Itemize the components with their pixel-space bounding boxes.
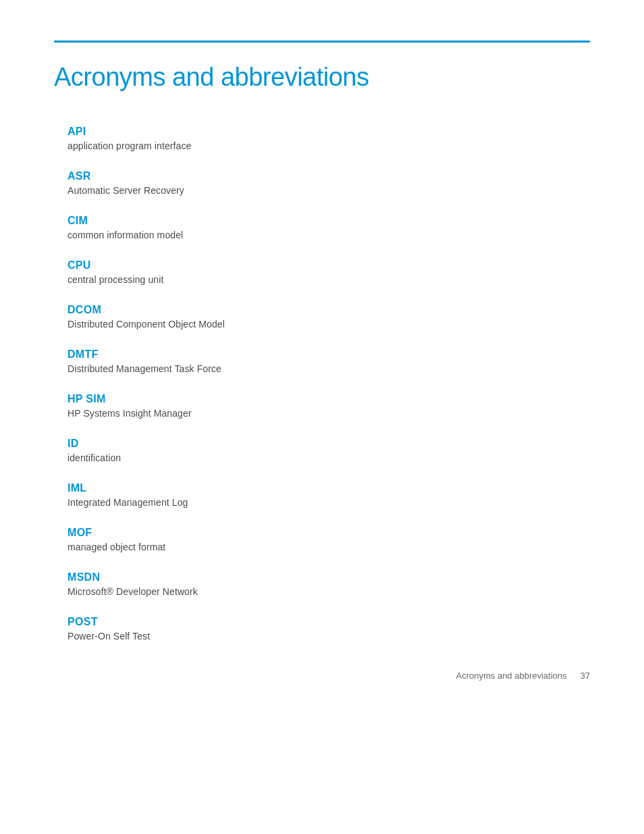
footer-page-number: 37	[581, 671, 590, 681]
acronym-term: ID	[68, 438, 590, 450]
acronym-list: APIapplication program interfaceASRAutom…	[68, 126, 590, 642]
acronym-entry: MSDNMicrosoft® Developer Network	[68, 571, 590, 597]
acronym-entry: APIapplication program interface	[68, 126, 590, 151]
acronym-definition: Power-On Self Test	[68, 631, 590, 642]
acronym-definition: Distributed Component Object Model	[68, 319, 590, 330]
acronym-term: DCOM	[68, 304, 590, 316]
acronym-term: IML	[68, 482, 590, 494]
acronym-term: MOF	[68, 527, 590, 539]
acronym-definition: managed object format	[68, 542, 590, 552]
acronym-term: POST	[68, 616, 590, 628]
acronym-entry: ASRAutomatic Server Recovery	[68, 170, 590, 196]
top-border	[54, 41, 590, 43]
acronym-term: HP SIM	[68, 393, 590, 405]
acronym-term: CPU	[68, 259, 590, 271]
acronym-definition: common information model	[68, 230, 590, 240]
page-footer: Acronyms and abbreviations 37	[456, 671, 591, 681]
acronym-definition: central processing unit	[68, 274, 590, 285]
acronym-entry: HP SIMHP Systems Insight Manager	[68, 393, 590, 419]
acronym-term: API	[68, 126, 590, 138]
acronym-term: DMTF	[68, 348, 590, 361]
footer-section-title: Acronyms and abbreviations	[456, 671, 567, 681]
page-container: Acronyms and abbreviations APIapplicatio…	[0, 0, 644, 714]
acronym-entry: CPUcentral processing unit	[68, 259, 590, 285]
acronym-definition: application program interface	[68, 140, 590, 151]
acronym-definition: HP Systems Insight Manager	[68, 408, 590, 419]
acronym-definition: Automatic Server Recovery	[68, 185, 590, 196]
acronym-entry: DMTFDistributed Management Task Force	[68, 348, 590, 374]
acronym-term: ASR	[68, 170, 590, 182]
acronym-entry: DCOMDistributed Component Object Model	[68, 304, 590, 330]
acronym-term: MSDN	[68, 571, 590, 583]
acronym-term: CIM	[68, 215, 590, 227]
acronym-entry: IDidentification	[68, 438, 590, 463]
acronym-definition: identification	[68, 452, 590, 463]
acronym-entry: POSTPower-On Self Test	[68, 616, 590, 642]
acronym-definition: Integrated Management Log	[68, 497, 590, 508]
acronym-entry: IMLIntegrated Management Log	[68, 482, 590, 508]
acronym-entry: MOFmanaged object format	[68, 527, 590, 552]
acronym-definition: Microsoft® Developer Network	[68, 586, 590, 597]
acronym-definition: Distributed Management Task Force	[68, 363, 590, 374]
acronym-entry: CIMcommon information model	[68, 215, 590, 240]
page-title: Acronyms and abbreviations	[54, 63, 590, 92]
